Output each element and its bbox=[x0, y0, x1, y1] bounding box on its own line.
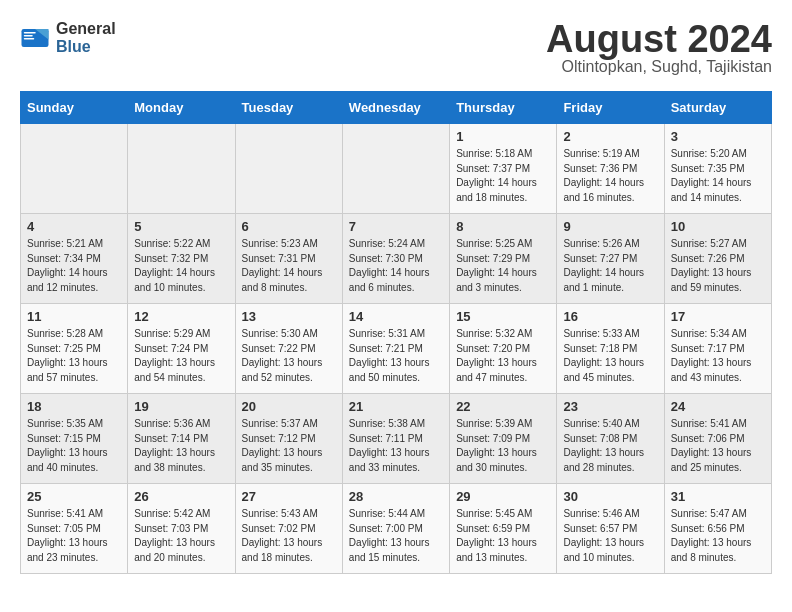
cell-info: Sunrise: 5:37 AM Sunset: 7:12 PM Dayligh… bbox=[242, 417, 336, 475]
calendar-cell bbox=[128, 124, 235, 214]
cell-info: Sunrise: 5:19 AM Sunset: 7:36 PM Dayligh… bbox=[563, 147, 657, 205]
day-number: 6 bbox=[242, 219, 336, 234]
cell-info: Sunrise: 5:40 AM Sunset: 7:08 PM Dayligh… bbox=[563, 417, 657, 475]
weekday-header-friday: Friday bbox=[557, 92, 664, 124]
day-number: 27 bbox=[242, 489, 336, 504]
cell-info: Sunrise: 5:38 AM Sunset: 7:11 PM Dayligh… bbox=[349, 417, 443, 475]
day-number: 14 bbox=[349, 309, 443, 324]
location-title: Oltintopkan, Sughd, Tajikistan bbox=[546, 58, 772, 76]
day-number: 23 bbox=[563, 399, 657, 414]
calendar-cell: 7Sunrise: 5:24 AM Sunset: 7:30 PM Daylig… bbox=[342, 214, 449, 304]
header: General Blue August 2024 Oltintopkan, Su… bbox=[20, 20, 772, 76]
weekday-header-wednesday: Wednesday bbox=[342, 92, 449, 124]
calendar-cell: 8Sunrise: 5:25 AM Sunset: 7:29 PM Daylig… bbox=[450, 214, 557, 304]
day-number: 2 bbox=[563, 129, 657, 144]
cell-info: Sunrise: 5:47 AM Sunset: 6:56 PM Dayligh… bbox=[671, 507, 765, 565]
weekday-header-thursday: Thursday bbox=[450, 92, 557, 124]
month-title: August 2024 bbox=[546, 20, 772, 58]
day-number: 22 bbox=[456, 399, 550, 414]
cell-info: Sunrise: 5:18 AM Sunset: 7:37 PM Dayligh… bbox=[456, 147, 550, 205]
day-number: 3 bbox=[671, 129, 765, 144]
cell-info: Sunrise: 5:25 AM Sunset: 7:29 PM Dayligh… bbox=[456, 237, 550, 295]
cell-info: Sunrise: 5:28 AM Sunset: 7:25 PM Dayligh… bbox=[27, 327, 121, 385]
day-number: 1 bbox=[456, 129, 550, 144]
calendar-cell: 15Sunrise: 5:32 AM Sunset: 7:20 PM Dayli… bbox=[450, 304, 557, 394]
day-number: 25 bbox=[27, 489, 121, 504]
calendar-week-row: 25Sunrise: 5:41 AM Sunset: 7:05 PM Dayli… bbox=[21, 484, 772, 574]
calendar-cell: 27Sunrise: 5:43 AM Sunset: 7:02 PM Dayli… bbox=[235, 484, 342, 574]
cell-info: Sunrise: 5:41 AM Sunset: 7:06 PM Dayligh… bbox=[671, 417, 765, 475]
calendar-cell bbox=[342, 124, 449, 214]
calendar-cell: 4Sunrise: 5:21 AM Sunset: 7:34 PM Daylig… bbox=[21, 214, 128, 304]
day-number: 9 bbox=[563, 219, 657, 234]
cell-info: Sunrise: 5:27 AM Sunset: 7:26 PM Dayligh… bbox=[671, 237, 765, 295]
logo-general-text: General bbox=[56, 20, 116, 38]
calendar-cell: 21Sunrise: 5:38 AM Sunset: 7:11 PM Dayli… bbox=[342, 394, 449, 484]
day-number: 29 bbox=[456, 489, 550, 504]
calendar-cell: 26Sunrise: 5:42 AM Sunset: 7:03 PM Dayli… bbox=[128, 484, 235, 574]
weekday-header-saturday: Saturday bbox=[664, 92, 771, 124]
cell-info: Sunrise: 5:32 AM Sunset: 7:20 PM Dayligh… bbox=[456, 327, 550, 385]
calendar-cell: 18Sunrise: 5:35 AM Sunset: 7:15 PM Dayli… bbox=[21, 394, 128, 484]
cell-info: Sunrise: 5:35 AM Sunset: 7:15 PM Dayligh… bbox=[27, 417, 121, 475]
cell-info: Sunrise: 5:24 AM Sunset: 7:30 PM Dayligh… bbox=[349, 237, 443, 295]
logo-icon bbox=[20, 23, 50, 53]
calendar-week-row: 4Sunrise: 5:21 AM Sunset: 7:34 PM Daylig… bbox=[21, 214, 772, 304]
day-number: 7 bbox=[349, 219, 443, 234]
cell-info: Sunrise: 5:29 AM Sunset: 7:24 PM Dayligh… bbox=[134, 327, 228, 385]
calendar-week-row: 11Sunrise: 5:28 AM Sunset: 7:25 PM Dayli… bbox=[21, 304, 772, 394]
cell-info: Sunrise: 5:33 AM Sunset: 7:18 PM Dayligh… bbox=[563, 327, 657, 385]
svg-rect-2 bbox=[24, 32, 36, 34]
day-number: 10 bbox=[671, 219, 765, 234]
calendar-week-row: 1Sunrise: 5:18 AM Sunset: 7:37 PM Daylig… bbox=[21, 124, 772, 214]
svg-rect-3 bbox=[24, 35, 33, 37]
calendar-cell: 9Sunrise: 5:26 AM Sunset: 7:27 PM Daylig… bbox=[557, 214, 664, 304]
day-number: 21 bbox=[349, 399, 443, 414]
day-number: 24 bbox=[671, 399, 765, 414]
day-number: 19 bbox=[134, 399, 228, 414]
title-section: August 2024 Oltintopkan, Sughd, Tajikist… bbox=[546, 20, 772, 76]
day-number: 20 bbox=[242, 399, 336, 414]
calendar-cell: 23Sunrise: 5:40 AM Sunset: 7:08 PM Dayli… bbox=[557, 394, 664, 484]
calendar-cell: 12Sunrise: 5:29 AM Sunset: 7:24 PM Dayli… bbox=[128, 304, 235, 394]
day-number: 5 bbox=[134, 219, 228, 234]
svg-rect-4 bbox=[24, 38, 35, 40]
cell-info: Sunrise: 5:34 AM Sunset: 7:17 PM Dayligh… bbox=[671, 327, 765, 385]
calendar-cell: 28Sunrise: 5:44 AM Sunset: 7:00 PM Dayli… bbox=[342, 484, 449, 574]
cell-info: Sunrise: 5:26 AM Sunset: 7:27 PM Dayligh… bbox=[563, 237, 657, 295]
cell-info: Sunrise: 5:30 AM Sunset: 7:22 PM Dayligh… bbox=[242, 327, 336, 385]
calendar-cell: 6Sunrise: 5:23 AM Sunset: 7:31 PM Daylig… bbox=[235, 214, 342, 304]
calendar-cell: 11Sunrise: 5:28 AM Sunset: 7:25 PM Dayli… bbox=[21, 304, 128, 394]
calendar-cell bbox=[21, 124, 128, 214]
calendar-week-row: 18Sunrise: 5:35 AM Sunset: 7:15 PM Dayli… bbox=[21, 394, 772, 484]
logo-blue-text: Blue bbox=[56, 38, 116, 56]
weekday-header-sunday: Sunday bbox=[21, 92, 128, 124]
day-number: 8 bbox=[456, 219, 550, 234]
calendar-cell: 16Sunrise: 5:33 AM Sunset: 7:18 PM Dayli… bbox=[557, 304, 664, 394]
calendar-cell: 10Sunrise: 5:27 AM Sunset: 7:26 PM Dayli… bbox=[664, 214, 771, 304]
cell-info: Sunrise: 5:22 AM Sunset: 7:32 PM Dayligh… bbox=[134, 237, 228, 295]
weekday-header-row: SundayMondayTuesdayWednesdayThursdayFrid… bbox=[21, 92, 772, 124]
day-number: 26 bbox=[134, 489, 228, 504]
logo: General Blue bbox=[20, 20, 116, 55]
calendar-cell: 3Sunrise: 5:20 AM Sunset: 7:35 PM Daylig… bbox=[664, 124, 771, 214]
calendar-cell: 31Sunrise: 5:47 AM Sunset: 6:56 PM Dayli… bbox=[664, 484, 771, 574]
day-number: 17 bbox=[671, 309, 765, 324]
cell-info: Sunrise: 5:43 AM Sunset: 7:02 PM Dayligh… bbox=[242, 507, 336, 565]
calendar-table: SundayMondayTuesdayWednesdayThursdayFrid… bbox=[20, 91, 772, 574]
calendar-cell: 14Sunrise: 5:31 AM Sunset: 7:21 PM Dayli… bbox=[342, 304, 449, 394]
cell-info: Sunrise: 5:36 AM Sunset: 7:14 PM Dayligh… bbox=[134, 417, 228, 475]
cell-info: Sunrise: 5:42 AM Sunset: 7:03 PM Dayligh… bbox=[134, 507, 228, 565]
cell-info: Sunrise: 5:44 AM Sunset: 7:00 PM Dayligh… bbox=[349, 507, 443, 565]
calendar-cell: 24Sunrise: 5:41 AM Sunset: 7:06 PM Dayli… bbox=[664, 394, 771, 484]
cell-info: Sunrise: 5:21 AM Sunset: 7:34 PM Dayligh… bbox=[27, 237, 121, 295]
day-number: 31 bbox=[671, 489, 765, 504]
day-number: 28 bbox=[349, 489, 443, 504]
cell-info: Sunrise: 5:20 AM Sunset: 7:35 PM Dayligh… bbox=[671, 147, 765, 205]
calendar-cell: 5Sunrise: 5:22 AM Sunset: 7:32 PM Daylig… bbox=[128, 214, 235, 304]
day-number: 16 bbox=[563, 309, 657, 324]
weekday-header-monday: Monday bbox=[128, 92, 235, 124]
cell-info: Sunrise: 5:45 AM Sunset: 6:59 PM Dayligh… bbox=[456, 507, 550, 565]
day-number: 12 bbox=[134, 309, 228, 324]
calendar-cell: 29Sunrise: 5:45 AM Sunset: 6:59 PM Dayli… bbox=[450, 484, 557, 574]
